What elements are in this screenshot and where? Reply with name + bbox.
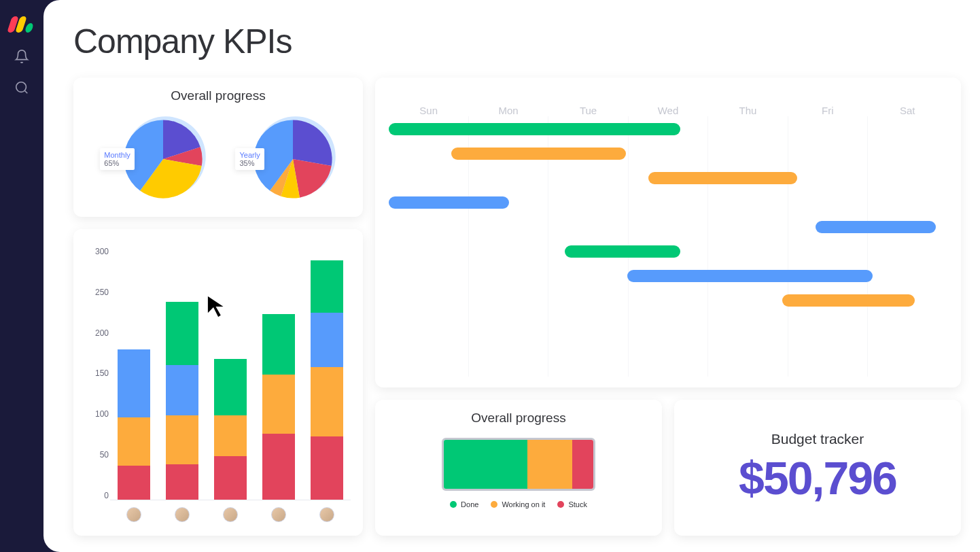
bar-segment: [166, 415, 198, 464]
bar-segment: [118, 349, 150, 417]
svg-point-0: [16, 82, 27, 92]
day-label: Tue: [548, 105, 628, 116]
bell-icon[interactable]: [14, 49, 29, 64]
y-tick: 300: [86, 247, 109, 256]
avatar[interactable]: [126, 507, 141, 522]
y-tick: 250: [86, 288, 109, 297]
stacked-bar-chart[interactable]: 300250200150100500: [86, 240, 351, 525]
battery-segment: [444, 440, 527, 489]
avatar[interactable]: [223, 507, 238, 522]
y-tick: 50: [86, 450, 109, 460]
bar-column[interactable]: [262, 247, 295, 500]
timeline-bar[interactable]: [627, 270, 873, 282]
legend-item: Done: [450, 500, 478, 508]
legend-item: Stuck: [557, 500, 587, 508]
bar-segment: [118, 417, 150, 466]
day-label: Sat: [868, 105, 947, 116]
svg-line-1: [24, 90, 27, 93]
dashboard-grid: Overall progress Monthly 65%: [73, 77, 961, 536]
day-label: Wed: [628, 105, 707, 116]
bar-segment: [214, 456, 247, 500]
bottom-right-row: Overall progress DoneWorking on itStuck …: [375, 400, 961, 536]
x-axis-avatars: [110, 504, 351, 525]
pie-monthly[interactable]: Monthly 65%: [100, 116, 207, 203]
bar-segment: [311, 313, 343, 368]
page-title: Company KPIs: [73, 22, 961, 61]
bar-segment: [214, 415, 247, 456]
legend-dot: [491, 501, 497, 508]
day-label: Sun: [389, 105, 468, 116]
y-tick: 200: [86, 328, 109, 338]
timeline-bar[interactable]: [816, 221, 936, 233]
legend-item: Working on it: [491, 500, 545, 508]
bar-column[interactable]: [166, 247, 198, 500]
pie-callout: Yearly 35%: [235, 148, 264, 170]
bar-segment: [311, 436, 343, 500]
avatar[interactable]: [319, 507, 334, 522]
timeline-bar[interactable]: [389, 123, 680, 135]
bar-segment: [118, 466, 150, 500]
bars-area: [110, 247, 351, 500]
y-tick: 100: [86, 409, 109, 419]
pie-callout: Monthly 65%: [100, 148, 135, 170]
y-tick: 0: [86, 491, 109, 500]
timeline-header: SunMonTueWedThuFriSat: [375, 105, 961, 116]
avatar[interactable]: [271, 507, 286, 522]
bar-segment: [166, 302, 198, 365]
bar-column[interactable]: [311, 247, 343, 500]
card-title: Overall progress: [86, 88, 351, 103]
timeline-bar[interactable]: [782, 294, 915, 307]
bar-segment: [262, 375, 295, 434]
bar-segment: [311, 367, 343, 436]
budget-tracker-card: Budget tracker $50,796: [674, 400, 961, 536]
card-title: Budget tracker: [771, 431, 864, 447]
timeline-body[interactable]: [375, 116, 961, 377]
timeline-bar[interactable]: [565, 245, 680, 258]
legend: DoneWorking on itStuck: [387, 500, 650, 508]
overall-progress-battery-card: Overall progress DoneWorking on itStuck: [375, 400, 662, 536]
bar-column[interactable]: [214, 247, 247, 500]
timeline-card: SunMonTueWedThuFriSat: [375, 77, 961, 387]
bar-segment: [262, 314, 295, 375]
bar-segment: [262, 434, 295, 500]
y-tick: 150: [86, 368, 109, 378]
legend-dot: [557, 501, 564, 508]
card-title: Overall progress: [387, 411, 650, 426]
main-content: Company KPIs Overall progress Monthly 65…: [43, 0, 980, 552]
timeline-bar[interactable]: [451, 148, 626, 160]
search-icon[interactable]: [14, 80, 29, 95]
budget-amount: $50,796: [739, 451, 896, 504]
bar-segment: [166, 464, 198, 500]
day-label: Mon: [468, 105, 548, 116]
bar-column[interactable]: [118, 247, 150, 500]
timeline-bar[interactable]: [648, 172, 798, 184]
bar-segment: [166, 365, 198, 415]
pie-yearly[interactable]: Yearly 35%: [235, 116, 336, 203]
day-label: Fri: [788, 105, 867, 116]
overall-progress-pie-card: Overall progress Monthly 65%: [73, 77, 363, 217]
stacked-bar-card: 300250200150100500: [73, 229, 363, 536]
avatar[interactable]: [175, 507, 190, 522]
legend-dot: [450, 501, 457, 508]
bar-segment: [311, 260, 343, 313]
battery-segment: [572, 440, 593, 489]
battery-segment: [527, 440, 572, 489]
battery-chart[interactable]: [442, 438, 595, 491]
day-label: Thu: [708, 105, 788, 116]
y-axis: 300250200150100500: [86, 247, 109, 500]
bar-segment: [214, 359, 247, 415]
timeline-bar[interactable]: [389, 196, 509, 209]
brand-logo-icon: [10, 16, 34, 33]
sidebar: [0, 0, 43, 552]
